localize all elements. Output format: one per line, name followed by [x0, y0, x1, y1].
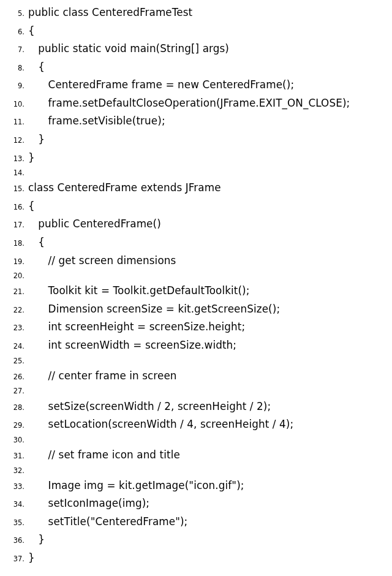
code-line: 16.{: [6, 197, 386, 216]
code-text: {: [28, 22, 35, 40]
line-number: 14.: [6, 167, 24, 179]
code-text: }: [28, 531, 45, 549]
code-line: 11. frame.setVisible(true);: [6, 112, 386, 131]
code-text: setIconImage(img);: [28, 495, 149, 513]
code-line: 18. {: [6, 233, 386, 252]
code-text: // get screen dimensions: [28, 252, 176, 270]
line-number: 34.: [6, 498, 24, 510]
line-number: 8.: [6, 62, 24, 74]
code-text: }: [28, 549, 35, 567]
code-line: 31. // set frame icon and title: [6, 446, 386, 464]
line-number: 24.: [6, 340, 24, 352]
code-text: Dimension screenSize = kit.getScreenSize…: [28, 300, 280, 319]
line-number: 20.: [6, 270, 24, 282]
line-number: 21.: [6, 286, 24, 298]
code-text: frame.setVisible(true);: [28, 112, 165, 131]
line-number: 16.: [6, 201, 24, 213]
code-line: 26. // center frame in screen: [6, 367, 386, 385]
line-number: 5.: [6, 7, 24, 20]
code-line: 29. setLocation(screenWidth / 4, screenH…: [6, 415, 386, 434]
line-number: 32.: [6, 464, 24, 477]
line-number: 22.: [6, 304, 24, 316]
code-text: class CenteredFrame extends JFrame: [28, 179, 221, 197]
code-text: Toolkit kit = Toolkit.getDefaultToolkit(…: [28, 282, 249, 300]
code-line: 6.{: [6, 22, 386, 40]
line-number: 25.: [6, 355, 24, 367]
code-line: 35. setTitle("CenteredFrame");: [6, 513, 386, 531]
code-line: 9. CenteredFrame frame = new CenteredFra…: [6, 76, 386, 94]
code-line: 15.class CenteredFrame extends JFrame: [6, 179, 386, 197]
code-line: 5.public class CenteredFrameTest: [6, 4, 386, 22]
code-listing: 5.public class CenteredFrameTest6.{7. pu…: [6, 4, 386, 567]
code-text: CenteredFrame frame = new CenteredFrame(…: [28, 76, 294, 94]
line-number: 33.: [6, 480, 24, 493]
line-number: 37.: [6, 553, 24, 565]
code-text: public CenteredFrame(): [28, 215, 161, 233]
line-number: 15.: [6, 183, 24, 195]
code-text: public class CenteredFrameTest: [28, 4, 192, 22]
code-line: 34. setIconImage(img);: [6, 495, 386, 513]
code-text: int screenWidth = screenSize.width;: [28, 336, 236, 355]
line-number: 6.: [6, 26, 24, 38]
code-line: 19. // get screen dimensions: [6, 252, 386, 270]
code-line: 27.: [6, 385, 386, 397]
line-number: 29.: [6, 419, 24, 431]
line-number: 18.: [6, 237, 24, 249]
line-number: 26.: [6, 371, 24, 383]
code-text: // center frame in screen: [28, 367, 177, 385]
code-line: 20.: [6, 270, 386, 282]
code-line: 28. setSize(screenWidth / 2, screenHeigh…: [6, 398, 386, 416]
code-text: setSize(screenWidth / 2, screenHeight / …: [28, 398, 271, 416]
line-number: 36.: [6, 534, 24, 547]
code-line: 12. }: [6, 131, 386, 149]
code-line: 7. public static void main(String[] args…: [6, 40, 386, 58]
code-line: 32.: [6, 464, 386, 477]
code-line: 24. int screenWidth = screenSize.width;: [6, 336, 386, 355]
line-number: 11.: [6, 116, 24, 128]
line-number: 27.: [6, 385, 24, 397]
code-line: 37.}: [6, 549, 386, 567]
code-line: 33. Image img = kit.getImage("icon.gif")…: [6, 477, 386, 495]
code-text: {: [28, 197, 35, 216]
line-number: 28.: [6, 401, 24, 414]
line-number: 30.: [6, 434, 24, 446]
code-text: setTitle("CenteredFrame");: [28, 513, 187, 531]
code-line: 17. public CenteredFrame(): [6, 215, 386, 233]
code-line: 36. }: [6, 531, 386, 549]
code-text: // set frame icon and title: [28, 446, 180, 464]
line-number: 35.: [6, 517, 24, 529]
code-line: 22. Dimension screenSize = kit.getScreen…: [6, 300, 386, 319]
code-text: frame.setDefaultCloseOperation(JFrame.EX…: [28, 94, 350, 113]
code-line: 30.: [6, 434, 386, 446]
code-line: 10. frame.setDefaultCloseOperation(JFram…: [6, 94, 386, 113]
code-line: 14.: [6, 167, 386, 179]
line-number: 12.: [6, 134, 24, 146]
code-line: 8. {: [6, 58, 386, 77]
line-number: 17.: [6, 219, 24, 231]
code-line: 23. int screenHeight = screenSize.height…: [6, 318, 386, 336]
line-number: 31.: [6, 450, 24, 462]
line-number: 9.: [6, 80, 24, 92]
code-text: Image img = kit.getImage("icon.gif");: [28, 477, 244, 495]
line-number: 10.: [6, 98, 24, 110]
line-number: 19.: [6, 256, 24, 268]
code-text: }: [28, 149, 35, 167]
code-line: 25.: [6, 355, 386, 367]
line-number: 7.: [6, 44, 24, 56]
code-text: setLocation(screenWidth / 4, screenHeigh…: [28, 415, 293, 434]
code-text: }: [28, 131, 45, 149]
code-text: {: [28, 58, 45, 77]
code-line: 21. Toolkit kit = Toolkit.getDefaultTool…: [6, 282, 386, 300]
code-line: 13.}: [6, 149, 386, 167]
code-text: public static void main(String[] args): [28, 40, 229, 58]
line-number: 13.: [6, 153, 24, 165]
code-text: int screenHeight = screenSize.height;: [28, 318, 245, 336]
line-number: 23.: [6, 322, 24, 334]
code-text: {: [28, 233, 45, 252]
